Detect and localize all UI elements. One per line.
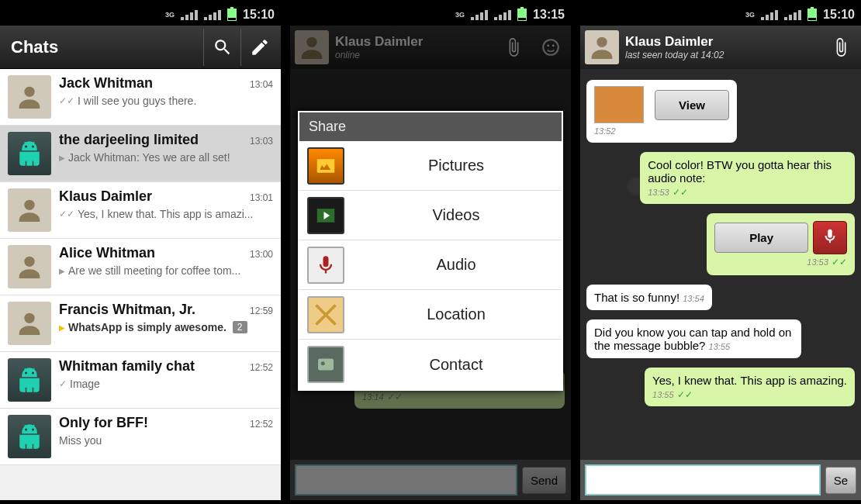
mic-icon[interactable] <box>813 221 847 254</box>
avatar <box>8 132 51 175</box>
attach-icon[interactable] <box>825 29 856 66</box>
read-ticks-icon <box>832 257 847 268</box>
image-thumbnail[interactable] <box>594 86 644 123</box>
message-time: 13:52 <box>594 126 616 136</box>
message-input[interactable] <box>585 464 821 495</box>
tick-icon <box>59 95 74 106</box>
svg-point-4 <box>24 257 34 267</box>
share-option-loc[interactable]: Location <box>299 290 562 340</box>
message-bubble-audio[interactable]: Play 13:53 <box>707 213 855 275</box>
avatar[interactable] <box>585 30 619 64</box>
contact-status: online <box>335 50 492 60</box>
arrow-icon: ▶ <box>59 154 65 162</box>
message-time: 13:53 <box>807 257 828 267</box>
wifi-icon <box>494 10 511 20</box>
share-modal: Share PicturesVideosAudioLocationContact <box>298 111 563 391</box>
chat-preview: Yes, I knew that. This app is amazi... <box>78 208 253 220</box>
share-option-pic[interactable]: Pictures <box>299 141 562 191</box>
avatar <box>8 358 51 402</box>
message-text: That is so funny! <box>594 291 679 304</box>
view-button[interactable]: View <box>655 90 729 120</box>
network-icon: 3G <box>165 11 175 19</box>
chat-time: 13:04 <box>250 79 273 90</box>
chat-name: Jack Whitman <box>59 75 153 91</box>
chat-wall[interactable]: View 13:52 Cool color! BTW you gotta hea… <box>580 69 861 460</box>
chat-name: Whitman family chat <box>59 358 195 375</box>
wifi-icon <box>784 10 801 20</box>
network-icon: 3G <box>455 11 465 19</box>
chat-name: Francis Whitman, Jr. <box>59 302 195 318</box>
share-option-con[interactable]: Contact <box>299 340 562 389</box>
avatar <box>8 188 51 232</box>
con-icon <box>307 346 344 383</box>
svg-point-17 <box>321 361 325 365</box>
chat-row[interactable]: Francis Whitman, Jr.12:59▶ WhatsApp is s… <box>0 295 281 352</box>
signal-icon <box>181 10 198 20</box>
svg-point-5 <box>24 313 34 323</box>
wifi-icon <box>204 10 221 20</box>
compose-icon[interactable] <box>240 29 278 66</box>
chat-row[interactable]: Only for BFF!12:52Miss you <box>0 409 281 465</box>
chat-name: Only for BFF! <box>59 415 148 431</box>
chat-time: 12:52 <box>250 419 273 430</box>
avatar <box>8 415 51 458</box>
signal-icon <box>761 10 778 20</box>
chat-preview: Image <box>70 378 100 390</box>
send-button[interactable]: Se <box>825 467 856 494</box>
search-icon[interactable] <box>203 29 240 66</box>
chat-time: 13:03 <box>250 136 273 147</box>
chat-row[interactable]: Klaus Daimler13:01 Yes, I knew that. Thi… <box>0 182 281 239</box>
chat-preview: WhatsApp is simply awesome. <box>68 321 226 333</box>
attach-icon[interactable] <box>498 29 529 66</box>
arrow-icon: ▶ <box>59 267 65 275</box>
page-title: Chats <box>3 37 203 57</box>
share-option-aud[interactable]: Audio <box>299 240 562 290</box>
chat-row[interactable]: the darjeeling limited13:03▶ Jack Whitma… <box>0 126 281 182</box>
svg-point-10 <box>306 37 316 47</box>
svg-point-12 <box>547 45 549 47</box>
share-label: Audio <box>358 256 554 274</box>
svg-point-13 <box>552 45 555 47</box>
clock: 13:15 <box>533 8 565 22</box>
emoji-icon[interactable] <box>535 29 566 66</box>
chat-name: Klaus Daimler <box>59 188 152 205</box>
message-bubble-in[interactable]: That is so funny! 13:54 <box>586 285 712 310</box>
chat-row[interactable]: Jack Whitman13:04 I will see you guys th… <box>0 69 281 126</box>
loc-icon <box>307 296 344 333</box>
arrow-icon: ▶ <box>59 323 65 332</box>
message-bubble-out[interactable]: Cool color! BTW you gotta hear this audi… <box>640 152 855 204</box>
battery-icon <box>227 9 237 21</box>
message-text: Did you know you can tap and hold on the… <box>594 326 791 352</box>
play-button[interactable]: Play <box>714 223 808 253</box>
message-time: 13:53 <box>648 188 669 197</box>
message-time: 13:55 <box>709 342 731 351</box>
battery-icon <box>517 9 527 21</box>
contact-name: Klaus Daimler <box>335 34 492 50</box>
svg-rect-16 <box>318 359 334 371</box>
chat-name: the darjeeling limited <box>59 132 199 148</box>
avatar <box>295 30 329 64</box>
avatar <box>8 302 51 345</box>
chat-preview: I will see you guys there. <box>78 95 196 107</box>
share-option-vid[interactable]: Videos <box>299 191 562 240</box>
message-bubble-out[interactable]: Yes, I knew that. This app is amazing. 1… <box>645 368 855 406</box>
phone-conversation: 3G 15:10 Klaus Daimler last seen today a… <box>580 4 861 500</box>
chat-list[interactable]: Jack Whitman13:04 I will see you guys th… <box>0 69 281 500</box>
chat-name: Alice Whitman <box>59 245 155 261</box>
read-ticks-icon <box>677 389 693 400</box>
svg-point-6 <box>25 372 27 375</box>
chat-row[interactable]: Whitman family chat12:52 Image <box>0 352 281 409</box>
clock: 15:10 <box>823 8 855 22</box>
chat-preview: Jack Whitman: Yes we are all set! <box>68 151 230 164</box>
input-bar: Se <box>580 460 861 500</box>
chat-time: 13:01 <box>250 192 273 203</box>
svg-point-2 <box>32 146 34 148</box>
status-bar: 3G 15:10 <box>580 4 861 26</box>
message-bubble-in[interactable]: Did you know you can tap and hold on the… <box>586 319 801 358</box>
conversation-header: Klaus Daimler online <box>290 26 571 69</box>
message-text: Cool color! BTW you gotta hear this audi… <box>648 158 832 185</box>
chat-row[interactable]: Alice Whitman13:00▶ Are we still meeting… <box>0 239 281 295</box>
message-bubble-image[interactable]: View 13:52 <box>586 80 737 143</box>
contact-status: last seen today at 14:02 <box>625 50 819 60</box>
tick-icon <box>59 209 74 219</box>
